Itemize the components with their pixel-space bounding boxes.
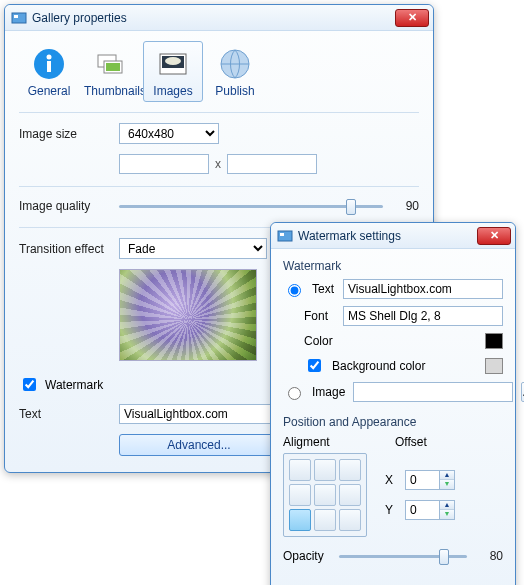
divider: [19, 112, 419, 113]
tab-images[interactable]: Images: [143, 41, 203, 102]
opacity-label: Opacity: [283, 549, 339, 563]
tab-label: Images: [146, 82, 200, 98]
multiply-label: x: [215, 157, 221, 171]
image-quality-row: Image quality 90: [19, 197, 419, 215]
width-input[interactable]: [119, 154, 209, 174]
align-tl[interactable]: [289, 459, 311, 481]
x-spinner[interactable]: ▲▼: [405, 470, 455, 490]
alignment-label: Aligment: [283, 435, 373, 449]
images-icon: [146, 46, 200, 82]
bgcolor-checkbox[interactable]: [308, 359, 321, 372]
watermark-settings-window: Watermark settings ✕ Watermark Text Font…: [270, 222, 516, 585]
watermark-checkbox-label: Watermark: [45, 378, 103, 392]
titlebar[interactable]: Watermark settings ✕: [271, 223, 515, 249]
tab-publish[interactable]: Publish: [205, 41, 265, 102]
svg-point-10: [165, 57, 181, 65]
globe-icon: [208, 46, 262, 82]
spin-up-icon[interactable]: ▲: [440, 501, 454, 510]
align-tr[interactable]: [339, 459, 361, 481]
image-size-row: Image size 640x480: [19, 123, 419, 144]
opacity-row: Opacity 80: [283, 547, 503, 565]
transition-preview: [119, 269, 257, 361]
tab-label: Thumbnails: [84, 82, 138, 98]
offset-label: Offset: [395, 435, 427, 449]
color-row: Color: [283, 333, 503, 349]
y-input[interactable]: [405, 500, 439, 520]
bgcolor-row: Background color: [283, 356, 503, 375]
image-radio-label: Image: [312, 385, 345, 399]
alignment-grid: [283, 453, 367, 537]
x-label: X: [385, 473, 397, 487]
font-row: Font: [283, 306, 503, 326]
y-label: Y: [385, 503, 397, 517]
align-br[interactable]: [339, 509, 361, 531]
image-quality-value: 90: [391, 199, 419, 213]
spin-down-icon[interactable]: ▼: [440, 480, 454, 489]
close-icon: ✕: [408, 12, 417, 23]
window-body: Watermark Text Font Color Background col…: [271, 249, 515, 585]
font-field[interactable]: [343, 306, 503, 326]
watermark-group-label: Watermark: [283, 259, 503, 273]
svg-point-4: [47, 55, 52, 60]
height-input[interactable]: [227, 154, 317, 174]
align-ml[interactable]: [289, 484, 311, 506]
app-icon: [11, 10, 27, 26]
image-size-select[interactable]: 640x480: [119, 123, 219, 144]
watermark-text-label: Text: [19, 407, 119, 421]
image-radio[interactable]: [288, 387, 301, 400]
align-mr[interactable]: [339, 484, 361, 506]
bgcolor-swatch[interactable]: [485, 358, 503, 374]
image-size-label: Image size: [19, 127, 119, 141]
spin-down-icon[interactable]: ▼: [440, 510, 454, 519]
watermark-checkbox[interactable]: [23, 378, 36, 391]
close-button[interactable]: ✕: [477, 227, 511, 245]
spin-up-icon[interactable]: ▲: [440, 471, 454, 480]
svg-rect-13: [280, 233, 284, 236]
divider: [19, 186, 419, 187]
text-radio[interactable]: [288, 284, 301, 297]
thumbnails-icon: [84, 46, 138, 82]
app-icon: [277, 228, 293, 244]
custom-size-row: x: [119, 154, 419, 174]
opacity-value: 80: [475, 549, 503, 563]
position-appearance-label: Position and Appearance: [283, 415, 503, 429]
y-spinner[interactable]: ▲▼: [405, 500, 455, 520]
color-swatch[interactable]: [485, 333, 503, 349]
close-button[interactable]: ✕: [395, 9, 429, 27]
svg-rect-1: [14, 15, 18, 18]
x-input[interactable]: [405, 470, 439, 490]
image-path-field[interactable]: [353, 382, 513, 402]
align-bl[interactable]: [289, 509, 311, 531]
opacity-slider[interactable]: [339, 547, 467, 565]
image-quality-slider[interactable]: [119, 197, 383, 215]
window-title: Watermark settings: [298, 229, 477, 243]
tab-strip: General Thumbnails Images Publish: [19, 41, 419, 102]
text-option-row: Text: [283, 279, 503, 299]
offset-controls: X ▲▼ Y ▲▼: [385, 470, 455, 520]
svg-rect-7: [106, 63, 120, 71]
watermark-text-input[interactable]: [119, 404, 279, 424]
transition-label: Transition effect: [19, 242, 119, 256]
tab-label: Publish: [208, 82, 262, 98]
tab-label: General: [22, 82, 76, 98]
image-option-row: Image ...: [283, 382, 503, 402]
tab-general[interactable]: General: [19, 41, 79, 102]
bgcolor-label: Background color: [332, 359, 477, 373]
image-quality-label: Image quality: [19, 199, 119, 213]
titlebar[interactable]: Gallery properties ✕: [5, 5, 433, 31]
align-bc[interactable]: [314, 509, 336, 531]
close-icon: ✕: [490, 230, 499, 241]
advanced-button[interactable]: Advanced...: [119, 434, 279, 456]
transition-select[interactable]: Fade: [119, 238, 267, 259]
font-label: Font: [304, 309, 335, 323]
info-icon: [22, 46, 76, 82]
svg-rect-3: [47, 61, 51, 72]
color-label: Color: [304, 334, 344, 348]
watermark-text-field[interactable]: [343, 279, 503, 299]
window-title: Gallery properties: [32, 11, 395, 25]
tab-thumbnails[interactable]: Thumbnails: [81, 41, 141, 102]
text-radio-label: Text: [312, 282, 335, 296]
align-tc[interactable]: [314, 459, 336, 481]
align-mc[interactable]: [314, 484, 336, 506]
